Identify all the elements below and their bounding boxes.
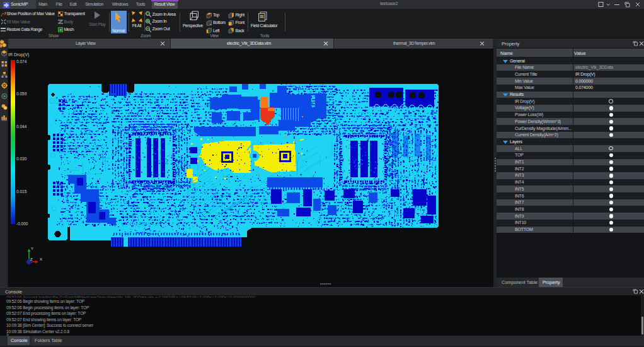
svg-text:X: X [40,257,42,261]
svg-text:Z: Z [30,257,33,261]
svg-text:Y: Y [31,247,33,250]
